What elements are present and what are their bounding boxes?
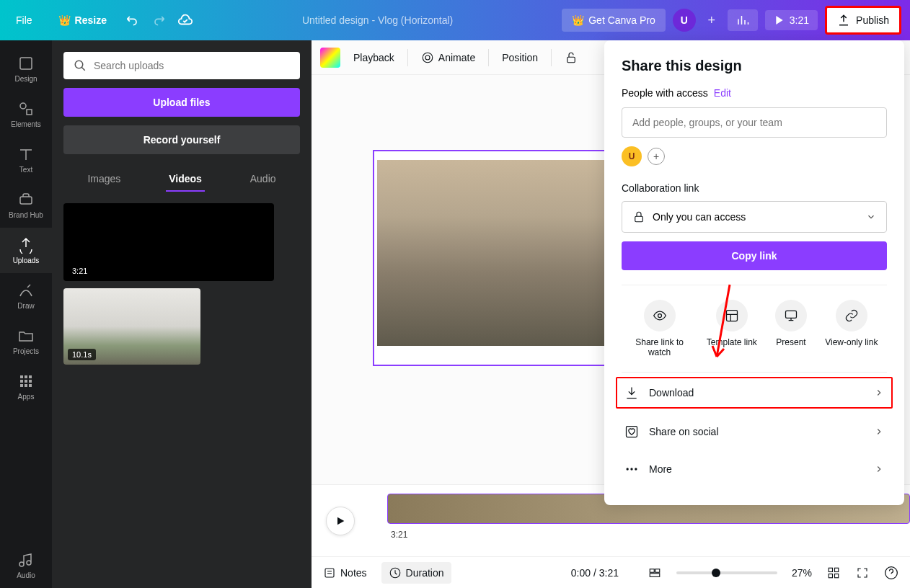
svg-rect-20 [655,569,660,572]
video-clip[interactable] [377,160,627,346]
svg-rect-30 [786,311,797,318]
access-dropdown[interactable]: Only you can access [622,201,887,233]
search-uploads-input[interactable] [94,60,290,71]
share-opt-label: Present [776,337,805,347]
user-avatar: U [622,146,642,166]
sidebar-item-draw[interactable]: Draw [0,273,52,318]
download-icon [624,386,639,400]
edit-access-link[interactable]: Edit [714,87,731,99]
pages-view-icon[interactable] [648,566,662,580]
svg-point-15 [425,55,430,60]
video-thumbnail[interactable]: 10.1s [63,288,200,365]
resize-button[interactable]: 👑 Resize [51,10,114,30]
share-link-watch-button[interactable]: Share link to watch [631,300,689,357]
tab-images[interactable]: Images [84,167,123,192]
animate-button[interactable]: Animate [421,51,475,64]
sidebar-item-brand-hub[interactable]: Brand Hub [0,182,52,228]
duration-button[interactable]: Duration [381,562,451,584]
svg-point-1 [20,103,26,109]
notes-label: Notes [340,567,367,579]
sidebar-item-elements[interactable]: Elements [0,92,52,137]
sidebar-item-audio[interactable]: Audio [0,543,52,588]
chevron-right-icon [874,464,884,474]
position-button[interactable]: Position [502,52,538,63]
view-only-link-button[interactable]: View-only link [825,300,878,357]
help-icon[interactable] [884,566,898,580]
svg-rect-11 [25,384,27,387]
brand-hub-icon [17,191,35,208]
file-menu[interactable]: File [9,10,40,30]
add-people-input[interactable] [622,107,887,138]
upload-files-button[interactable]: Upload files [63,88,300,117]
tab-audio[interactable]: Audio [247,167,279,192]
get-canva-pro-button[interactable]: 👑 Get Canva Pro [562,9,666,32]
projects-icon [17,327,35,344]
resize-label: Resize [75,14,107,26]
preview-play-button[interactable]: 3:21 [765,10,818,30]
svg-rect-2 [27,110,32,115]
sidebar-item-uploads[interactable]: Uploads [0,228,52,273]
document-title[interactable]: Untitled design - Vlog (Horizontal) [199,14,556,26]
undo-icon[interactable] [125,13,140,27]
timeline-play-button[interactable] [326,507,355,535]
sidebar-item-projects[interactable]: Projects [0,318,52,364]
user-avatar[interactable]: U [673,9,696,32]
svg-rect-5 [25,375,27,378]
svg-point-34 [635,468,637,470]
zoom-level[interactable]: 27% [792,567,812,579]
design-icon [17,55,35,72]
sidebar-item-label: Brand Hub [9,211,43,219]
share-opt-label: Template link [707,337,757,347]
present-button[interactable]: Present [775,300,807,357]
share-social-label: Share on social [649,426,719,437]
sidebar-item-design[interactable]: Design [0,46,52,92]
present-icon [784,308,798,323]
sidebar-item-label: Uploads [13,257,40,264]
zoom-slider[interactable] [676,571,777,574]
publish-button[interactable]: Publish [825,6,901,35]
sidebar-item-text[interactable]: Text [0,137,52,182]
share-on-social-button[interactable]: Share on social [622,413,887,450]
video-thumbnail[interactable]: 3:21 [63,203,274,281]
svg-rect-6 [29,375,32,378]
grid-view-icon[interactable] [826,566,841,580]
chevron-right-icon [874,388,884,398]
sidebar-item-label: Text [19,166,32,174]
download-button[interactable]: Download [616,377,893,409]
add-person-button[interactable]: + [648,148,665,165]
color-picker[interactable] [320,48,340,68]
add-member-icon[interactable]: + [703,12,720,29]
crown-icon: 👑 [572,14,584,26]
search-uploads-field[interactable] [63,52,300,79]
copy-link-button[interactable]: Copy link [622,241,887,270]
svg-rect-4 [20,375,23,378]
svg-rect-29 [726,311,737,321]
svg-rect-21 [650,573,660,576]
lock-button[interactable] [565,51,578,64]
record-yourself-button[interactable]: Record yourself [63,125,300,154]
animate-icon [421,51,434,64]
crown-icon: 👑 [58,14,71,26]
sidebar-item-label: Design [14,75,37,83]
separator [488,49,489,66]
tab-videos[interactable]: Videos [166,167,205,192]
timeline-clip-duration: 3:21 [391,530,407,540]
audio-icon [17,551,35,569]
zoom-slider-handle[interactable] [712,569,720,577]
svg-rect-24 [829,574,832,577]
notes-button[interactable]: Notes [323,566,367,579]
svg-rect-19 [650,569,654,572]
cloud-sync-icon[interactable] [177,12,193,28]
heart-icon [624,424,639,439]
svg-rect-17 [325,569,334,577]
duration-badge: 10.1s [68,349,96,360]
fullscreen-icon[interactable] [855,566,870,580]
redo-icon[interactable] [151,13,166,27]
more-options-button[interactable]: More [622,450,887,488]
insights-button[interactable] [728,9,758,31]
template-link-button[interactable]: Template link [707,300,757,357]
playback-button[interactable]: Playback [353,52,394,63]
svg-rect-8 [25,380,27,383]
sidebar-item-label: Apps [18,393,35,401]
sidebar-item-apps[interactable]: Apps [0,364,52,409]
